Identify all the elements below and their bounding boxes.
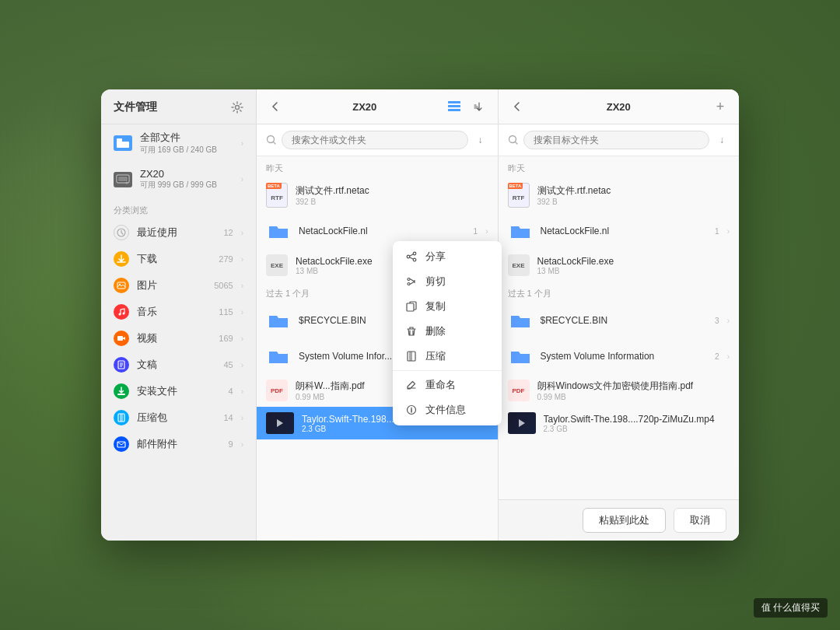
svg-point-0 [236,106,240,110]
sidebar-item-zx20[interactable]: ZX20 可用 999 GB / 999 GB › [101,162,256,197]
right-pane: ZX20 + ↓ 昨天 BETA RTF [499,89,740,541]
sidebar-item-photo[interactable]: 图片 5065 › [101,272,256,299]
sidebar-item-email[interactable]: 邮件附件 9 › [101,431,256,457]
sidebar-item-all-files[interactable]: 全部文件 可用 169 GB / 240 GB › [101,124,256,162]
context-menu-delete[interactable]: 删除 [393,319,502,344]
install-label: 安装文件 [137,384,221,398]
sidebar-item-video[interactable]: 视频 169 › [101,325,256,352]
right-file-nl[interactable]: NetacLockFile.nl 1 › [499,213,740,249]
right-sysinfo-name: System Volume Information [541,351,708,362]
sysinfo-folder-icon [266,344,291,369]
video-thumb-icon [266,412,294,434]
svg-rect-30 [407,303,414,311]
right-date-past-month: 过去 1 个月 [499,282,740,303]
all-files-name: 全部文件 [140,131,233,145]
right-sysinfo-icon [508,344,533,369]
email-count: 9 [229,439,233,449]
left-pane-header: ZX20 [257,89,498,124]
sidebar-item-download[interactable]: 下载 279 › [101,246,256,272]
video-icon [114,331,129,346]
cancel-btn[interactable]: 取消 [674,508,726,533]
right-rtf-size: 392 B [537,198,730,206]
right-file-sysinfo[interactable]: System Volume Information 2 › [499,338,740,374]
right-exe-icon: EXE [508,254,530,276]
all-files-icon [114,135,132,151]
right-sort-icon[interactable]: ↓ [714,132,730,148]
gear-icon[interactable] [231,101,243,114]
right-file-recycle[interactable]: $RECYCLE.BIN 3 › [499,303,740,338]
context-menu-share[interactable]: 分享 [393,244,502,269]
right-search-input[interactable] [523,131,710,149]
archive-icon [114,410,129,425]
svg-point-26 [407,255,410,258]
recycle-folder-icon [266,308,291,333]
recent-chevron: › [241,229,243,237]
paste-btn[interactable]: 粘贴到此处 [583,508,666,533]
left-search-icon [266,135,277,145]
rtf-file-icon: BETA RTF [266,183,288,208]
context-menu-compress[interactable]: 压缩 [393,344,502,369]
photo-chevron: › [241,282,243,290]
all-files-chevron: › [241,139,243,148]
recent-icon [114,225,129,240]
email-label: 邮件附件 [137,437,221,451]
svg-point-10 [123,313,125,315]
cut-label: 剪切 [425,275,446,289]
right-file-rtf[interactable]: BETA RTF 测试文件.rtf.netac 392 B [499,177,740,213]
right-nl-name: NetacLockFile.nl [541,226,708,236]
right-file-list: 昨天 BETA RTF 测试文件.rtf.netac 392 B [499,156,740,499]
right-video-name: Taylor.Swift-The.198....720p-ZiMuZu.mp4 [544,414,730,425]
recent-label: 最近使用 [137,226,215,240]
info-label: 文件信息 [425,403,466,417]
app-window: 文件管理 全部文件 可用 169 GB / 240 GB › [101,89,739,541]
right-pdf-icon: PDF [508,380,530,401]
compress-icon [405,350,418,362]
svg-rect-16 [117,394,125,395]
share-label: 分享 [425,250,446,264]
right-back-btn[interactable] [508,97,527,116]
file-item-rtf[interactable]: BETA RTF 测试文件.rtf.netac 392 B [257,177,498,213]
context-menu-rename[interactable]: 重命名 [393,373,502,397]
music-count: 115 [219,307,233,317]
sidebar-item-doc[interactable]: 文稿 45 › [101,352,256,378]
doc-chevron: › [241,361,243,369]
archive-count: 14 [223,413,233,422]
right-pdf-size: 0.99 MB [537,393,730,401]
right-file-pdf[interactable]: PDF 朗科Windows文件加密锁使用指南.pdf 0.99 MB [499,374,740,407]
left-search-input[interactable] [282,131,468,149]
context-menu-cut[interactable]: 剪切 [393,269,502,294]
left-back-btn[interactable] [266,97,285,116]
exe-file-icon: EXE [266,254,288,276]
sidebar-header: 文件管理 [101,89,256,124]
download-count: 279 [219,254,233,264]
download-label: 下载 [137,252,211,266]
right-file-video[interactable]: Taylor.Swift-The.198....720p-ZiMuZu.mp4 … [499,407,740,439]
rename-label: 重命名 [425,378,456,392]
svg-rect-17 [118,414,124,422]
right-add-btn[interactable]: + [711,97,730,116]
svg-point-29 [408,283,410,285]
svg-rect-2 [117,138,122,142]
left-list-view-btn[interactable] [445,97,464,116]
left-pane: ZX20 [257,89,499,541]
right-nl-icon [508,219,533,243]
right-file-exe[interactable]: EXE NetacLockFile.exe 13 MB [499,249,740,282]
sidebar-item-archive[interactable]: 压缩包 14 › [101,404,256,431]
main-area: ZX20 [257,89,739,541]
right-recycle-name: $RECYCLE.BIN [541,315,708,326]
left-sort-btn[interactable] [470,97,488,116]
sidebar-item-music[interactable]: 音乐 115 › [101,299,256,325]
right-pane-header: ZX20 + [499,89,740,124]
left-pane-title: ZX20 [291,101,439,113]
left-sort-icon[interactable]: ↓ [473,132,488,148]
context-menu-info[interactable]: 文件信息 [393,397,502,422]
video-count: 169 [219,334,233,343]
context-menu-copy[interactable]: 复制 [393,294,502,319]
photo-icon [114,278,129,293]
video-label: 视频 [137,331,211,345]
sidebar-item-recent[interactable]: 最近使用 12 › [101,219,256,246]
zx20-name: ZX20 [140,168,233,180]
nl-filename: NetacLockFile.nl [299,226,466,236]
svg-rect-4 [118,177,128,181]
sidebar-item-install[interactable]: 安装文件 4 › [101,378,256,404]
